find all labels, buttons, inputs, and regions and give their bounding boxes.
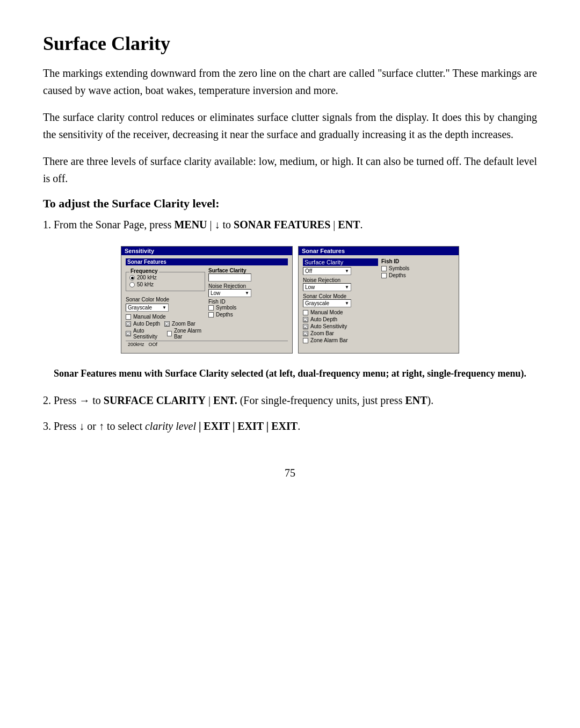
frequency-group-title: Frequency	[129, 268, 159, 274]
step-3: 3. Press ↓ or ↑ to select clarity level …	[43, 417, 537, 435]
auto-sensitivity-row-left: ☑ Auto Sensitivity Zone Alarm Bar	[126, 328, 205, 340]
step-2-ent1: ENT.	[213, 394, 237, 406]
sonar-color-arrow-right: ▼	[345, 301, 349, 306]
auto-sensitivity-check-left: ☑	[126, 331, 131, 336]
noise-rejection-label-left: Noise Rejection	[208, 283, 288, 289]
left-status-bar: 200kHz OOf	[126, 341, 288, 348]
left-screenshot: Sensitivity Sonar Features Frequency 200…	[121, 246, 293, 354]
screenshots-container: Sensitivity Sonar Features Frequency 200…	[102, 246, 478, 354]
fish-symbols-check-right	[381, 266, 387, 271]
step-3-period: .	[298, 420, 300, 432]
left-sonar-features-bar: Sonar Features	[126, 258, 288, 265]
right-two-col: Surface Clarity Off ▼ Noise Rejection Lo…	[303, 258, 454, 344]
freq-50-label: 50 kHz	[137, 282, 154, 287]
noise-rejection-arrow-right: ▼	[345, 285, 349, 290]
right-right-col: Fish ID Symbols Depths	[381, 258, 454, 344]
zoom-bar-check-left: ☑	[164, 321, 170, 327]
step-1-sep1: | ↓ to	[207, 219, 234, 230]
left-freq-col: Frequency 200 kHz 50 kHz Sonar Color Mod…	[126, 268, 205, 341]
surface-clarity-value-right: Off	[305, 268, 312, 274]
zone-alarm-check-left	[167, 331, 172, 336]
manual-mode-label-left: Manual Mode	[133, 314, 166, 320]
step-1-text-before: From the Sonar Page, press	[54, 219, 174, 230]
step-2: 2. Press → to SURFACE CLARITY | ENT. (Fo…	[43, 392, 537, 409]
left-color-section: Sonar Color Mode Grayscale ▼	[126, 297, 205, 312]
auto-sensitivity-label-left: Auto Sensitivity	[133, 328, 164, 340]
sonar-color-arrow-left: ▼	[162, 305, 166, 310]
surface-clarity-arrow-right: ▼	[345, 269, 349, 273]
fish-depths-row-right: Depths	[381, 272, 454, 278]
zoom-bar-label-right: Zoom Bar	[310, 330, 334, 336]
noise-rejection-dropdown-right: Low ▼	[303, 283, 351, 291]
sonar-color-dropdown-left: Grayscale ▼	[126, 304, 169, 312]
subsection-heading: To adjust the Surface Clarity level:	[43, 197, 537, 211]
zone-alarm-row-right: Zone Alarm Bar	[303, 337, 378, 343]
sonar-color-mode-label-left: Sonar Color Mode	[126, 297, 205, 302]
left-manual-mode: Manual Mode	[126, 314, 205, 320]
manual-mode-check-right	[303, 310, 308, 315]
auto-depth-row-right: ☑ Auto Depth	[303, 316, 378, 322]
step-3-suffix: | EXIT | EXIT | EXIT	[196, 420, 298, 432]
surface-clarity-dropdown-right: Off ▼	[303, 267, 351, 275]
surface-clarity-value-left: Off	[211, 275, 218, 280]
surface-clarity-label-left: Surface Clarity	[208, 268, 288, 273]
fish-depths-row-left: Depths	[208, 312, 288, 318]
step-1-menu-label: MENU	[174, 219, 207, 230]
fish-symbols-label-right: Symbols	[389, 265, 409, 271]
right-screenshot: Sonar Features Surface Clarity Off ▼ Noi…	[298, 246, 459, 354]
manual-mode-row-left: Manual Mode	[126, 314, 205, 320]
frequency-group: Frequency 200 kHz 50 kHz	[126, 272, 205, 291]
auto-depth-check-right: ☑	[303, 317, 308, 322]
auto-depth-label-left: Auto Depth	[133, 321, 160, 327]
fish-symbols-check-left	[208, 305, 214, 311]
step-2-text-after: ).	[427, 394, 434, 406]
freq-200-label: 200 kHz	[137, 275, 157, 280]
fish-depths-check-right	[381, 273, 387, 278]
manual-mode-row-right: Manual Mode	[303, 309, 378, 315]
freq-200-row: 200 kHz	[129, 275, 201, 280]
sonar-color-dropdown-right: Grayscale ▼	[303, 299, 351, 307]
status-right-val: OOf	[149, 342, 158, 347]
freq-50-row: 50 kHz	[129, 282, 201, 287]
step-1-period: .	[360, 219, 363, 230]
step-2-text-before: Press → to	[54, 394, 104, 406]
freq-200-radio	[129, 275, 135, 280]
step-1-number: 1.	[43, 219, 54, 230]
fish-symbols-row-left: Symbols	[208, 305, 288, 311]
left-titlebar: Sensitivity	[121, 247, 292, 255]
auto-sensitivity-label-right: Auto Sensitivity	[310, 323, 347, 329]
step-2-ent2: ENT	[405, 394, 427, 406]
zoom-bar-row-right: ☑ Zoom Bar	[303, 330, 378, 336]
left-two-col: Frequency 200 kHz 50 kHz Sonar Color Mod…	[126, 268, 288, 341]
caption-text: Sonar Features menu with Surface Clarity…	[54, 368, 526, 379]
sonar-color-mode-label-right: Sonar Color Mode	[303, 293, 378, 299]
freq-50-radio	[129, 282, 135, 287]
zone-alarm-label-right: Zone Alarm Bar	[310, 337, 347, 343]
fish-symbols-label-left: Symbols	[216, 305, 236, 311]
auto-depth-check-left: ☑	[126, 321, 131, 327]
step-3-number: 3.	[43, 420, 54, 432]
manual-mode-check-left	[126, 314, 131, 320]
sonar-color-value-right: Grayscale	[305, 300, 329, 306]
noise-rejection-value-right: Low	[305, 284, 315, 290]
right-freq-col: Surface Clarity Off ▼ Noise Rejection Lo…	[208, 268, 288, 341]
step-3-text: Press ↓ or ↑ to select	[54, 420, 145, 432]
auto-depth-label-right: Auto Depth	[310, 316, 337, 322]
step-3-italic: clarity level	[145, 420, 196, 432]
zoom-bar-check-right: ☑	[303, 331, 308, 336]
fish-depths-check-left	[208, 312, 214, 318]
body-paragraph-2: The surface clarity control reduces or e…	[43, 109, 537, 143]
fish-depths-label-left: Depths	[216, 312, 233, 318]
auto-sensitivity-check-right: ☑	[303, 324, 308, 329]
fish-id-label-right: Fish ID	[381, 258, 454, 264]
manual-mode-label-right: Manual Mode	[310, 309, 343, 315]
noise-rejection-value-left: Low	[211, 290, 220, 296]
body-paragraph-1: The markings extending downward from the…	[43, 64, 537, 99]
screenshot-caption: Sonar Features menu with Surface Clarity…	[43, 366, 537, 381]
noise-rejection-label-right: Noise Rejection	[303, 277, 378, 283]
step-2-surface-clarity: SURFACE CLARITY	[104, 394, 206, 406]
page-title: Surface Clarity	[43, 32, 537, 55]
noise-rejection-dropdown-left: Low ▼	[208, 289, 251, 297]
fish-depths-label-right: Depths	[389, 272, 406, 278]
zone-alarm-label-left: Zone Alarm Bar	[174, 328, 205, 340]
